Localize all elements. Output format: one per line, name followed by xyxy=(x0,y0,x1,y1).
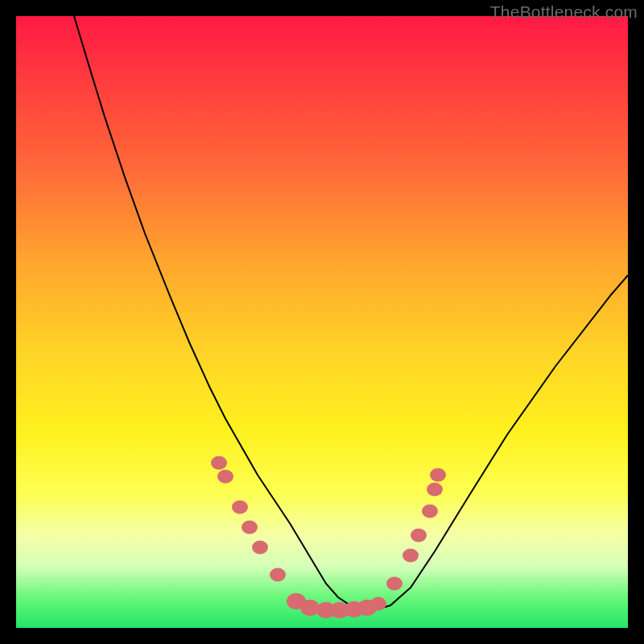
data-point-marker xyxy=(427,483,443,497)
bottleneck-curve-line xyxy=(74,16,628,610)
data-point-marker xyxy=(217,470,233,484)
data-point-marker xyxy=(402,549,419,563)
data-point-marker xyxy=(422,505,438,518)
chart-plot-area xyxy=(16,16,628,628)
data-point-marker xyxy=(232,501,248,514)
chart-svg xyxy=(16,16,628,628)
data-point-marker xyxy=(411,529,427,543)
data-point-marker xyxy=(430,469,446,482)
data-point-marker xyxy=(370,597,386,611)
data-point-marker xyxy=(252,541,268,555)
data-point-marker xyxy=(242,521,258,535)
data-point-marker xyxy=(300,600,320,616)
watermark-label: TheBottleneck.com xyxy=(490,2,638,22)
data-point-marker xyxy=(270,568,286,582)
data-point-marker xyxy=(386,577,402,591)
markers-group xyxy=(211,456,446,619)
data-point-marker xyxy=(211,456,227,470)
